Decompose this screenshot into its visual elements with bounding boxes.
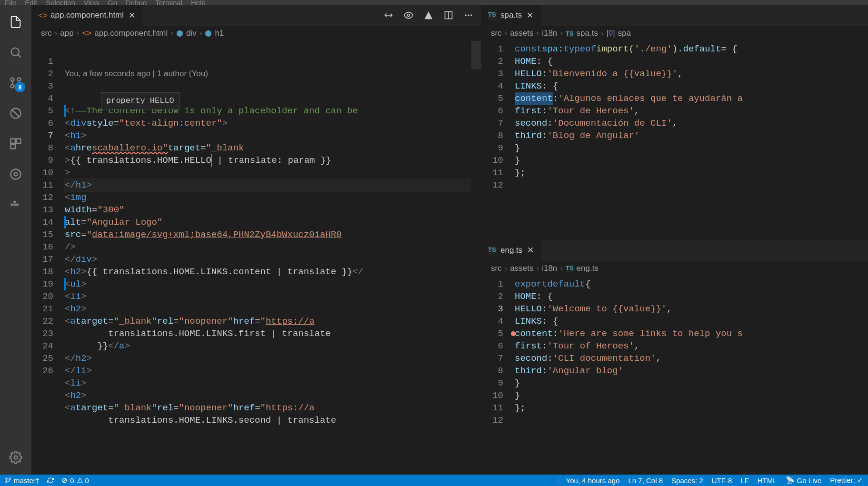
code-line[interactable]: > (65, 167, 471, 179)
status-golive[interactable]: 📡 Go Live (786, 476, 822, 485)
svg-point-0 (11, 48, 19, 56)
code-line[interactable]: src="data:image/svg+xml;base64,PHN2ZyB4b… (65, 228, 471, 241)
svg-point-17 (408, 14, 410, 17)
split-icon[interactable] (444, 10, 453, 20)
code-line[interactable]: }}</a> (65, 340, 471, 352)
tab-bar-br: TS eng.ts ✕ (481, 240, 868, 261)
status-problems[interactable]: ⊘0 ⚠0 (61, 476, 89, 485)
status-sync[interactable] (47, 477, 54, 484)
code-line[interactable]: <a target="_blank" rel="noopener" href="… (65, 402, 471, 414)
code-line[interactable]: </h2> (65, 352, 471, 365)
code-editor-left[interactable]: 1234567891011121314151617181920212223242… (31, 41, 481, 475)
code-line[interactable]: </div> (65, 253, 471, 266)
status-spaces[interactable]: Spaces: 2 (671, 476, 703, 485)
code-line[interactable]: content: 'Here are some links to help yo… (515, 327, 868, 340)
scm-icon[interactable]: 8 (8, 75, 23, 90)
code-line[interactable]: </li> (65, 365, 471, 377)
code-line[interactable]: >{{ translations.HOME.HELLO​ | translate… (65, 154, 471, 167)
code-line[interactable]: translations.HOME.LINKS.second | transla… (65, 414, 471, 426)
status-eol[interactable]: LF (740, 476, 749, 485)
code-line[interactable]: } (515, 389, 868, 402)
code-line[interactable]: second: 'CLI documentation', (515, 352, 868, 365)
svg-rect-13 (13, 204, 16, 206)
preview-icon[interactable] (404, 10, 413, 20)
status-encoding[interactable]: UTF-8 (712, 476, 732, 485)
code-line[interactable]: } (515, 142, 868, 154)
code-editor-tr[interactable]: 123456789101112 const spa: typeof import… (481, 41, 868, 239)
codelens-authors[interactable]: You, a few seconds ago | 1 author (You) (65, 68, 471, 80)
code-line[interactable]: first: 'Tour of Heroes', (515, 340, 868, 352)
code-line[interactable]: HOME: { (515, 55, 868, 68)
code-line[interactable]: } (515, 154, 868, 167)
status-bar: master† ⊘0 ⚠0 👤 You, 4 hours ago Ln 7, C… (0, 475, 868, 486)
tab-app-component[interactable]: <> app.component.html ✕ (31, 5, 143, 26)
intellisense-tooltip: property HELLO (101, 92, 180, 109)
code-line[interactable]: const spa: typeof import('./eng').defaul… (515, 43, 868, 55)
code-line[interactable]: } (515, 377, 868, 389)
code-line[interactable]: LINKS: { (515, 80, 868, 92)
code-line[interactable]: <a hre scaballero.io" target="_blank (65, 142, 471, 154)
code-line[interactable]: alt="Angular Logo" (65, 216, 471, 228)
search-icon[interactable] (8, 45, 23, 60)
breadcrumbs-tr[interactable]: src› assets› i18n› TS spa.ts› [◊]spa (481, 26, 868, 41)
status-blame[interactable]: 👤 You, 4 hours ago (555, 476, 620, 485)
editor-actions (384, 5, 481, 26)
code-line[interactable]: /> (65, 241, 471, 253)
code-line[interactable]: LINKS: { (515, 315, 868, 327)
code-line[interactable]: translations.HOME.LINKS.first | translat… (65, 327, 471, 340)
code-line[interactable]: <li> (65, 377, 471, 389)
svg-point-21 (468, 14, 469, 16)
code-line[interactable]: }; (515, 167, 868, 179)
extensions-icon[interactable] (8, 136, 23, 151)
code-line[interactable]: <img (65, 191, 471, 204)
code-line[interactable]: third: 'Angular blog' (515, 365, 868, 377)
code-line[interactable]: <li> (65, 290, 471, 303)
code-line[interactable]: HOME: { (515, 290, 868, 303)
open-changes-icon[interactable] (424, 10, 433, 20)
code-line[interactable]: <a target="_blank" rel="noopener" href="… (65, 315, 471, 327)
code-line[interactable]: <h2> (65, 389, 471, 402)
code-line[interactable]: content: 'Algunos enlaces que te ayudará… (515, 92, 868, 105)
breadcrumbs-left[interactable]: src› app› <>app.component.html› ⬢div› ⬢h… (31, 26, 481, 41)
docker-icon[interactable] (8, 197, 23, 212)
close-icon[interactable]: ✕ (526, 246, 535, 255)
tab-spa-ts[interactable]: TS spa.ts ✕ (481, 5, 541, 26)
gitlens-icon[interactable] (8, 167, 23, 182)
gear-icon[interactable] (8, 450, 23, 465)
code-line[interactable]: <ul> (65, 278, 471, 290)
code-line[interactable]: HELLO: 'Welcome to {{value}}', (515, 303, 868, 315)
close-icon[interactable]: ✕ (526, 11, 534, 20)
close-icon[interactable]: ✕ (128, 11, 136, 20)
code-line[interactable]: <h2> (65, 303, 471, 315)
code-line[interactable]: third: 'Blog de Angular' (515, 129, 868, 142)
code-editor-br[interactable]: 123456789101112 export default { HOME: {… (481, 276, 868, 475)
explorer-icon[interactable] (8, 14, 23, 30)
code-line[interactable]: <h2>{{ translations.HOME.LINKS.content |… (65, 266, 471, 278)
code-line[interactable]: </h1> (65, 179, 471, 191)
tab-eng-ts[interactable]: TS eng.ts ✕ (481, 240, 542, 261)
status-position[interactable]: Ln 7, Col 8 (628, 476, 663, 485)
code-line[interactable]: width="300" (65, 204, 471, 216)
minimap[interactable] (471, 41, 481, 475)
svg-line-6 (12, 109, 20, 117)
status-branch[interactable]: master† (5, 476, 40, 485)
more-icon[interactable] (464, 10, 473, 20)
compare-icon[interactable] (384, 10, 393, 20)
code-line[interactable]: <h1> (65, 129, 471, 142)
code-line[interactable]: <div style="text-align:center"> (65, 117, 471, 129)
svg-point-22 (470, 14, 472, 16)
debug-icon[interactable] (8, 106, 23, 121)
code-line[interactable]: second: 'Documentación de CLI', (515, 117, 868, 129)
breadcrumbs-br[interactable]: src› assets› i18n› TS eng.ts (481, 261, 868, 276)
status-prettier[interactable]: Prettier: ✓ (830, 476, 863, 485)
svg-line-1 (18, 55, 21, 58)
svg-rect-14 (16, 204, 19, 206)
html-file-icon: <> (82, 29, 91, 38)
code-line[interactable]: }; (515, 402, 868, 414)
code-line[interactable]: first: 'Tour de Heroes', (515, 105, 868, 117)
code-line[interactable]: export default { (515, 278, 868, 290)
code-line[interactable] (515, 414, 868, 426)
status-lang[interactable]: HTML (758, 476, 777, 485)
code-line[interactable]: HELLO: 'Bienvenido a {{value}}', (515, 68, 868, 80)
code-line[interactable] (515, 179, 868, 191)
